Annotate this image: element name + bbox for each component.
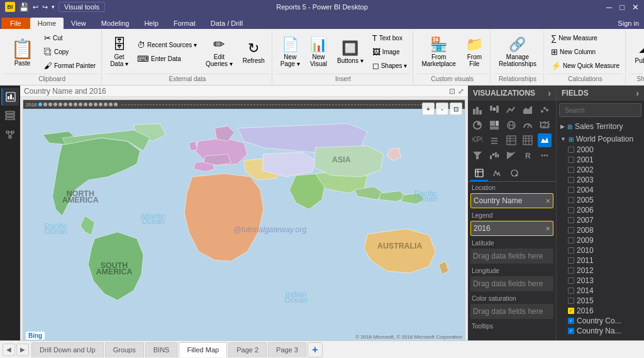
tab-help[interactable]: Help <box>136 18 166 29</box>
quick-access-dropdown[interactable]: ▾ <box>52 4 55 10</box>
viz-gauge-icon[interactable] <box>521 118 535 132</box>
fields-panel-expand-button[interactable]: › <box>636 88 639 98</box>
tab-home[interactable]: Home <box>30 18 64 29</box>
tab-groups[interactable]: Groups <box>105 342 144 357</box>
from-file-button[interactable]: 📁 FromFile <box>462 35 487 69</box>
viz-line-chart-icon[interactable] <box>504 103 518 117</box>
field-item-2016[interactable]: ✓2016 <box>558 306 643 316</box>
copy-button[interactable]: ⿻ Copy <box>41 45 99 59</box>
viz-tab-fields[interactable] <box>470 166 488 181</box>
data-view-icon[interactable] <box>1 107 19 125</box>
viz-scatter-icon[interactable] <box>538 103 552 117</box>
viz-waterfall-icon[interactable] <box>487 148 501 162</box>
tab-modeling[interactable]: Modeling <box>94 18 137 29</box>
field-item-2004[interactable]: 2004 <box>558 185 643 195</box>
field-item-2007[interactable]: 2007 <box>558 215 643 225</box>
sign-in-button[interactable]: Sign in <box>613 18 644 29</box>
legend-pill-remove[interactable]: ✕ <box>545 225 550 232</box>
viz-treemap-icon[interactable] <box>487 118 501 132</box>
model-view-icon[interactable] <box>1 126 19 143</box>
field-item-2003[interactable]: 2003 <box>558 175 643 185</box>
from-marketplace-button[interactable]: 🏪 FromMarketplace <box>417 35 460 69</box>
field-item-2013[interactable]: 2013 <box>558 276 643 286</box>
refresh-button[interactable]: ↻ Refresh <box>238 38 269 66</box>
tab-file[interactable]: File <box>1 18 30 29</box>
field-item-country-name[interactable]: ✓Country Na... <box>558 326 643 336</box>
fields-search-bar[interactable] <box>559 103 641 117</box>
viz-card-icon[interactable]: 123 <box>538 118 552 132</box>
tab-page-3[interactable]: Page 3 <box>268 342 306 357</box>
viz-ellipsis-icon[interactable] <box>538 148 552 162</box>
canvas-content[interactable]: 2016 2016 <box>23 99 465 340</box>
buttons-button[interactable]: 🔲 Buttons ▾ <box>333 38 368 66</box>
viz-slicer-icon[interactable] <box>487 133 501 147</box>
viz-table-icon[interactable] <box>504 133 518 147</box>
table-header-world-population[interactable]: ▼ ⊞ World Population <box>558 133 643 145</box>
cut-button[interactable]: ✂ Cut <box>41 31 99 45</box>
field-item-2015[interactable]: 2015 <box>558 296 643 306</box>
text-box-button[interactable]: T Text box <box>369 31 411 45</box>
edit-queries-button[interactable]: ✏ EditQueries ▾ <box>201 35 237 69</box>
location-pill[interactable]: Country Name ✕ <box>470 193 553 208</box>
add-page-button[interactable]: + <box>308 342 323 357</box>
format-painter-button[interactable]: 🖌 Format Painter <box>41 59 99 72</box>
field-item-2012[interactable]: 2012 <box>558 266 643 276</box>
field-item-2002[interactable]: 2002 <box>558 165 643 175</box>
tab-drill-down-and-up[interactable]: Drill Down and Up <box>31 342 104 357</box>
field-item-2000[interactable]: 2000 <box>558 145 643 155</box>
viz-r-script-icon[interactable]: R <box>521 148 535 162</box>
field-item-2010[interactable]: 2010 <box>558 245 643 255</box>
canvas-fit-button[interactable]: ⊡ <box>449 87 455 96</box>
viz-pie-chart-icon[interactable] <box>470 118 484 132</box>
field-item-2001[interactable]: 2001 <box>558 155 643 165</box>
new-column-button[interactable]: ⊞ New Column <box>548 45 623 59</box>
new-visual-button[interactable]: 📊 NewVisual <box>306 35 331 69</box>
viz-filled-map-icon[interactable] <box>538 133 552 147</box>
minimize-button[interactable]: ─ <box>606 3 612 12</box>
field-item-2008[interactable]: 2008 <box>558 225 643 235</box>
viz-map-icon[interactable] <box>504 118 518 132</box>
new-quick-measure-button[interactable]: ⚡ New Quick Measure <box>548 59 623 72</box>
canvas-zoom-in-button[interactable]: + <box>422 103 435 115</box>
legend-pill[interactable]: 2016 ✕ <box>470 221 553 236</box>
shapes-button[interactable]: ◻ Shapes ▾ <box>369 59 411 72</box>
location-pill-remove[interactable]: ✕ <box>545 198 550 204</box>
tab-page-2[interactable]: Page 2 <box>228 342 267 357</box>
field-item-2006[interactable]: 2006 <box>558 205 643 215</box>
report-view-icon[interactable] <box>1 88 19 106</box>
tab-filled-map[interactable]: Filled Map <box>179 342 227 357</box>
viz-ribbon-icon[interactable] <box>504 148 518 162</box>
quick-access-save[interactable]: 💾 <box>19 3 29 12</box>
quick-access-redo[interactable]: ↪ <box>42 3 48 11</box>
viz-tab-analytics[interactable] <box>506 166 523 181</box>
longitude-dropzone[interactable]: Drag data fields here <box>470 276 553 291</box>
tab-next-button[interactable]: ▶ <box>16 344 29 356</box>
new-measure-button[interactable]: ∑ New Measure <box>548 31 623 45</box>
field-item-2014[interactable]: 2014 <box>558 286 643 296</box>
manage-relationships-button[interactable]: 🔗 ManageRelationships <box>494 35 541 69</box>
maximize-button[interactable]: □ <box>619 3 625 12</box>
tab-prev-button[interactable]: ◀ <box>3 344 15 356</box>
paste-button[interactable]: 📋 Paste <box>5 35 40 70</box>
tab-format[interactable]: Format <box>166 18 203 29</box>
quick-access-undo[interactable]: ↩ <box>33 3 38 11</box>
tab-data-drill[interactable]: Data / Drill <box>203 18 250 29</box>
search-input[interactable] <box>565 107 644 114</box>
close-button[interactable]: ✕ <box>632 3 639 12</box>
image-button[interactable]: 🖼 Image <box>369 45 411 59</box>
new-page-button[interactable]: 📄 NewPage ▾ <box>276 35 304 69</box>
viz-column-chart-icon[interactable] <box>487 103 501 117</box>
publish-button[interactable]: ☁ Publish <box>630 38 644 66</box>
field-item-2011[interactable]: 2011 <box>558 255 643 266</box>
viz-bar-chart-icon[interactable] <box>470 103 484 117</box>
get-data-button[interactable]: 🗄 GetData ▾ <box>106 35 133 69</box>
field-item-2005[interactable]: 2005 <box>558 195 643 205</box>
viz-kpi-icon[interactable]: KPI <box>470 133 484 147</box>
field-item-country-code[interactable]: ✓Country Co... <box>558 316 643 326</box>
tab-view[interactable]: View <box>64 18 94 29</box>
tab-bins[interactable]: BINS <box>145 342 178 357</box>
latitude-dropzone[interactable]: Drag data fields here <box>470 249 553 264</box>
canvas-expand-button[interactable]: ⤢ <box>458 87 464 96</box>
field-item-2009[interactable]: 2009 <box>558 235 643 245</box>
enter-data-button[interactable]: ⌨ Enter Data <box>134 52 200 65</box>
